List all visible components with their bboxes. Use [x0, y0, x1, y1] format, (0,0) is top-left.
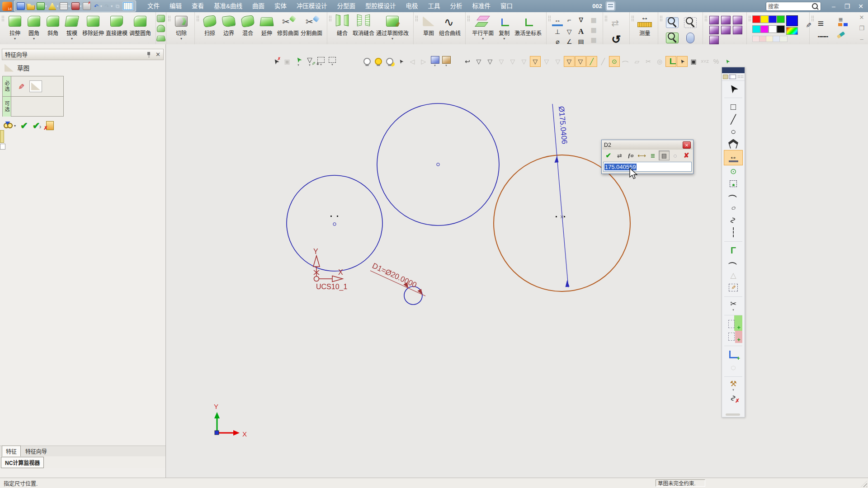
dropdown-arrow-icon[interactable]: ▾: [68, 5, 70, 8]
dropdown-arrow-icon[interactable]: ▾: [482, 37, 484, 41]
selection-tool-button[interactable]: ▽▾: [304, 56, 315, 67]
sketch-state-button[interactable]: [665, 56, 676, 67]
quick-access-button[interactable]: [83, 2, 91, 10]
line-style-icon[interactable]: [818, 33, 830, 43]
sketch-tool-button[interactable]: (: [724, 257, 742, 269]
dimension-value-input[interactable]: 175.040559: [603, 162, 692, 172]
sketch-state-button[interactable]: ↩: [462, 56, 473, 67]
display-tool-button[interactable]: ➤: [396, 56, 406, 67]
dropdown-arrow-icon[interactable]: ▾: [180, 37, 182, 41]
display-tool-button[interactable]: [373, 56, 384, 67]
sketch-state-button[interactable]: ▽: [473, 56, 484, 67]
quick-access-button[interactable]: ▾: [60, 2, 70, 10]
selection-tool-button[interactable]: ▾: [327, 56, 338, 67]
ribbon-button[interactable]: 切除 ▾: [173, 14, 190, 41]
sketch-state-button[interactable]: ➤: [722, 56, 733, 67]
sketch-tool-button[interactable]: ○: [724, 202, 742, 214]
dropdown-arrow-icon[interactable]: ▾: [71, 37, 73, 41]
palette-scrollbar[interactable]: [726, 413, 740, 416]
drag-handle[interactable]: [737, 75, 744, 79]
view-cube-icon[interactable]: [733, 26, 742, 34]
sketch-tool-button[interactable]: ◌: [724, 361, 742, 374]
ribbon-button[interactable]: 混合: [239, 14, 256, 41]
menu-item[interactable]: 实体: [269, 0, 292, 12]
display-tool-button[interactable]: ◁: [407, 56, 418, 67]
quick-access-button[interactable]: ▾: [37, 2, 47, 10]
menu-item[interactable]: 查看: [187, 0, 209, 12]
dimension-tool-icon[interactable]: A: [576, 27, 586, 36]
close-button[interactable]: ✕: [854, 2, 867, 11]
palette-swatch-icon[interactable]: [723, 75, 728, 79]
view-cube-icon[interactable]: [709, 16, 719, 24]
color-swatch[interactable]: [777, 15, 785, 23]
sketch-state-button[interactable]: ▽: [519, 56, 529, 67]
toolbar-minimize-icon[interactable]: –: [860, 36, 863, 42]
apply-button[interactable]: ✔: [33, 120, 42, 131]
preview-button[interactable]: ▾: [4, 123, 16, 128]
display-tool-button[interactable]: ▾: [429, 56, 440, 67]
search-icon[interactable]: [812, 3, 818, 9]
dimension-tool-icon[interactable]: ▽: [564, 27, 575, 36]
dropdown-arrow-icon[interactable]: ▾: [33, 37, 35, 41]
sketch-state-button[interactable]: ▽: [541, 56, 552, 67]
zoom-icon[interactable]: [666, 33, 679, 43]
search-input[interactable]: 搜索: [766, 2, 821, 11]
dialog-tool-button[interactable]: ⇄: [614, 150, 625, 160]
sketch-state-button[interactable]: ▽: [485, 56, 495, 67]
display-tool-button[interactable]: ▷: [418, 56, 429, 67]
ribbon-button[interactable]: 通过草图修改 ▾: [376, 14, 409, 41]
menu-item[interactable]: 窗口: [495, 0, 518, 12]
sketch-state-button[interactable]: ▽: [530, 56, 541, 67]
quick-access-button[interactable]: [123, 2, 133, 10]
color-swatch[interactable]: [752, 15, 760, 23]
dialog-tool-button[interactable]: ✘: [681, 150, 692, 160]
menu-item[interactable]: 分型面: [332, 0, 361, 12]
quick-access-button[interactable]: [27, 2, 35, 10]
tab-feature-wizard[interactable]: 特征向导: [22, 446, 51, 456]
sketch-state-button[interactable]: ▽: [564, 56, 575, 67]
sketch-state-button[interactable]: ✂: [643, 56, 654, 67]
sketch-tool-button[interactable]: [724, 178, 742, 190]
revolve-icon[interactable]: [157, 15, 165, 22]
view-cube-icon[interactable]: [721, 26, 731, 34]
slab-feature-icon[interactable]: [156, 36, 166, 42]
sketch-tool-button[interactable]: ✎: [724, 282, 742, 294]
sketch-tool-button[interactable]: ↔: [724, 150, 743, 165]
dropdown-arrow-icon[interactable]: ▾: [45, 5, 47, 8]
line-style-icon[interactable]: [836, 18, 848, 28]
ribbon-button[interactable]: 延伸: [258, 14, 275, 41]
dialog-close-icon[interactable]: ✕: [683, 141, 691, 149]
ribbon-button[interactable]: 分割曲面: [301, 14, 322, 41]
sketch-state-button[interactable]: ▽: [552, 56, 563, 67]
ribbon-button[interactable]: 圆角 ▾: [25, 14, 42, 41]
sketch-state-button[interactable]: ╱: [598, 56, 609, 67]
dimension-tool-icon[interactable]: ⌀: [552, 37, 563, 45]
selection-tool-button[interactable]: ▾: [316, 56, 326, 67]
ribbon-button[interactable]: 直接建模: [106, 14, 127, 41]
sketch-state-button[interactable]: ◎: [654, 56, 665, 67]
dimension-tool-icon[interactable]: ⌐: [564, 15, 575, 24]
ribbon-button[interactable]: 拔模 ▾: [63, 14, 80, 41]
restore-button[interactable]: ❐: [841, 2, 854, 11]
dimension-tool-icon[interactable]: ▤: [576, 37, 586, 45]
ribbon-button[interactable]: 激活坐标系: [514, 14, 542, 41]
nc-monitor-button[interactable]: NC计算监视器: [1, 457, 44, 468]
sketch-tool-button[interactable]: ∿: [724, 214, 742, 226]
ribbon-button[interactable]: 复制 ▾: [495, 14, 513, 41]
color-swatch[interactable]: [752, 25, 760, 33]
panel-close-icon[interactable]: ✕: [156, 51, 160, 58]
dimension-tool-icon[interactable]: ↔: [552, 15, 563, 26]
sketch-tool-button[interactable]: ✂▾: [724, 296, 742, 312]
ribbon-button[interactable]: 拉伸 ▾: [6, 14, 24, 41]
quick-access-button[interactable]: [17, 2, 25, 10]
dialog-title-bar[interactable]: D2 ✕: [602, 141, 693, 150]
zoom-icon[interactable]: [684, 17, 697, 28]
menu-item[interactable]: 冲压模设计: [292, 0, 332, 12]
selection-tool-button[interactable]: ➤▾: [293, 56, 304, 67]
resize-grip[interactable]: [861, 481, 867, 487]
sketch-state-button[interactable]: ▽: [507, 56, 518, 67]
zoom-icon[interactable]: [666, 17, 679, 28]
dialog-tool-button[interactable]: ≣: [648, 150, 659, 160]
sketch-tool-button[interactable]: [724, 331, 742, 343]
dropdown-arrow-icon[interactable]: ▾: [111, 5, 113, 8]
